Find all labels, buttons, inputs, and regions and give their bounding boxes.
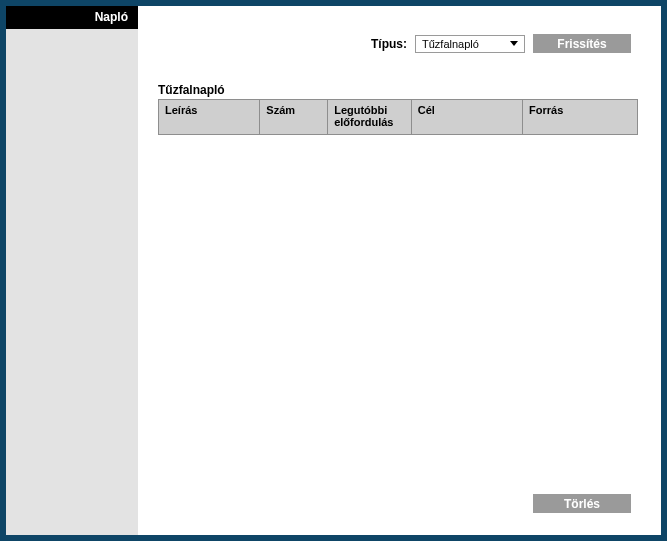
- delete-button[interactable]: Törlés: [533, 494, 631, 513]
- log-table-header-row: Leírás Szám Legutóbbi előfordulás Cél Fo…: [159, 100, 638, 135]
- bottom-bar: Törlés: [533, 494, 631, 513]
- chevron-down-icon: [510, 41, 518, 46]
- col-description: Leírás: [159, 100, 260, 135]
- log-section-title: Tűzfalnapló: [158, 83, 661, 97]
- type-select[interactable]: Tűzfalnapló: [415, 35, 525, 53]
- sidebar-tab-log[interactable]: Napló: [6, 6, 138, 29]
- refresh-button[interactable]: Frissítés: [533, 34, 631, 53]
- app-frame: Napló Típus: Tűzfalnapló Frissítés Tűzfa…: [0, 0, 667, 541]
- sidebar: Napló: [6, 6, 138, 535]
- type-label: Típus:: [371, 37, 407, 51]
- main-panel: Típus: Tűzfalnapló Frissítés Tűzfalnapló…: [138, 6, 661, 535]
- col-last-occurrence: Legutóbbi előfordulás: [328, 100, 412, 135]
- type-select-value: Tűzfalnapló: [422, 38, 479, 50]
- col-destination: Cél: [411, 100, 522, 135]
- log-table: Leírás Szám Legutóbbi előfordulás Cél Fo…: [158, 99, 638, 135]
- col-source: Forrás: [523, 100, 638, 135]
- col-count: Szám: [260, 100, 328, 135]
- topbar: Típus: Tűzfalnapló Frissítés: [138, 6, 661, 53]
